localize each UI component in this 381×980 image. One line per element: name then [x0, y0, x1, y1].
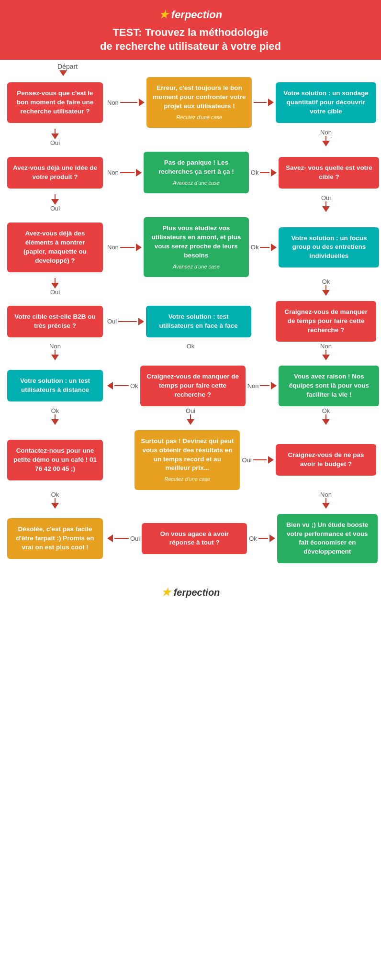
footer: ★ ferpection — [0, 578, 381, 603]
label-oui-2: Oui — [50, 205, 60, 212]
arr-d-q4 — [51, 355, 59, 360]
box-q5-mid-text: Craignez-vous de manquer de temps pour f… — [146, 373, 239, 398]
arr-d-q1 — [51, 134, 59, 139]
vline-q2-oui — [55, 194, 56, 199]
box-q2-non-mid-text: Pas de panique ! Les recherches ça sert … — [158, 159, 234, 175]
label-non-4: Non — [49, 343, 61, 350]
box-q2-non-mid: Pas de panique ! Les recherches ça sert … — [144, 152, 249, 193]
box-q4-text: Votre cible est-elle B2B ou très précise… — [14, 313, 95, 329]
vline-q4 — [55, 350, 56, 355]
hline-6 — [260, 247, 269, 248]
arr-d-q3 — [51, 283, 59, 289]
label-ok-q6-left: Ok — [51, 491, 59, 498]
arrow-depart — [59, 70, 67, 76]
label-ok-q5-left: Ok — [51, 407, 59, 414]
arr-r-10 — [268, 456, 274, 464]
vline-q5-right — [325, 414, 326, 419]
box-q7-right-text: Bien vu ;) Un étude booste votre perform… — [286, 521, 368, 556]
vline-q3-oui — [55, 278, 56, 283]
box-q7-mid: On vous agace à avoir réponse à tout ? — [142, 523, 247, 555]
arr-r-7 — [138, 318, 144, 325]
depart-label: Départ — [57, 63, 78, 70]
box-q7-right: Bien vu ;) Un étude booste votre perform… — [277, 514, 378, 564]
arr-r-5 — [136, 244, 142, 251]
box-q3-non-mid-sub: Avancez d'une case — [149, 263, 243, 270]
vline-q5-left — [55, 414, 56, 419]
arr-r-2 — [268, 99, 274, 106]
label-ok-5: Ok — [130, 382, 138, 390]
label-ok-q4-mid: Ok — [187, 343, 195, 350]
label-non-5: Non — [247, 382, 259, 390]
footer-logo: ★ ferpection — [0, 586, 381, 599]
hline-3 — [120, 172, 134, 173]
label-ok-7: Ok — [249, 535, 257, 542]
header-logo: ★ ferpection — [10, 9, 371, 21]
box-q2-non-right-text: Savez- vous quelle est votre cible ? — [286, 164, 372, 180]
hline-7 — [118, 321, 136, 322]
box-q2: Avez-vous déjà une idée de votre produit… — [7, 157, 103, 189]
hline-10 — [253, 459, 267, 460]
arr-r-1 — [139, 99, 145, 106]
arr-d-q2 — [51, 199, 59, 205]
box-q1-non-right-text: Votre solution : un sondage quantitatif … — [283, 89, 369, 115]
box-q7-mid-text: On vous agace à avoir réponse à tout ? — [160, 530, 229, 546]
box-q3-non-right-text: Votre solution : un focus group ou des e… — [291, 234, 367, 260]
vline-teal-1 — [325, 136, 326, 141]
label-non-3: Non — [107, 244, 119, 251]
header-title: TEST: Trouvez la méthodologie de recherc… — [10, 26, 371, 53]
title-line1: TEST: Trouvez la méthodologie — [112, 26, 268, 38]
arr-d-q4-right — [322, 355, 330, 360]
hline-4 — [260, 172, 269, 173]
hline-9 — [260, 385, 269, 386]
arr-r-3 — [136, 169, 142, 177]
box-q3-non-mid: Plus vous étudiez vos utilisateurs en am… — [144, 217, 249, 277]
box-q4-non-right-text: Craignez-vous de manquer de temps pour f… — [284, 308, 367, 334]
title-line2: de recherche utilisateur à votre pied — [100, 40, 281, 52]
box-q1-non-mid: Erreur, c'est toujours le bon moment pou… — [146, 77, 252, 128]
box-q2-non-mid-sub: Avancez d'une case — [149, 179, 243, 187]
arr-d-teal-1 — [322, 141, 330, 146]
arr-d-q5-mid — [187, 419, 194, 425]
arr-r-12 — [269, 535, 275, 542]
footer-logo-text: ferpection — [174, 587, 220, 598]
arr-l-7 — [107, 535, 113, 542]
vline-q1-oui — [55, 129, 56, 134]
box-q1-non-mid-text: Erreur, c'est toujours le bon moment pou… — [153, 84, 246, 110]
label-oui-right-2: Oui — [321, 194, 331, 201]
label-ok-q5-right: Ok — [322, 407, 330, 414]
box-q6-left: Contactez-nous pour une petite démo ou u… — [7, 440, 103, 480]
arr-r-9 — [271, 382, 277, 390]
flowchart: Départ Pensez-vous que c'est le bon mome… — [0, 60, 381, 568]
arr-d-q3-right — [322, 290, 330, 296]
vline-q6-right — [325, 498, 326, 503]
box-q3: Avez-vous déjà des éléments à montrer (p… — [7, 223, 103, 272]
label-oui-4: Oui — [107, 318, 117, 325]
label-non-q6-right: Non — [320, 491, 332, 498]
label-non-2: Non — [107, 169, 119, 176]
arr-d-q6-left — [51, 503, 59, 509]
hline-2 — [254, 102, 267, 103]
arr-d-q5-left — [51, 419, 59, 425]
label-oui-7: Oui — [130, 535, 140, 542]
box-q5-left: Votre solution : un test utilisateurs à … — [7, 370, 103, 401]
arr-d-q5-right — [322, 419, 330, 425]
label-ok-3: Ok — [251, 244, 259, 251]
box-q5-right-text: Vous avez raison ! Nos équipes sont là p… — [289, 373, 369, 398]
box-q5-right: Vous avez raison ! Nos équipes sont là p… — [279, 366, 379, 406]
box-q6-mid-text: Surtout pas ! Devinez qui peut vous obte… — [141, 437, 234, 472]
box-q1-text: Pensez-vous que c'est le bon moment de f… — [17, 89, 94, 115]
box-q7-left-text: Désolée, c'est pas facile d'être farpait… — [16, 525, 94, 551]
box-q4-non-right: Craignez-vous de manquer de temps pour f… — [276, 301, 376, 342]
box-q2-text: Avez-vous déjà une idée de votre produit… — [13, 164, 97, 180]
box-q4-oui-mid-text: Votre solution : test utilisateurs en fa… — [159, 313, 237, 329]
box-q1-non-mid-sub: Reculez d'une case — [152, 114, 246, 121]
box-q1: Pensez-vous que c'est le bon moment de f… — [7, 82, 103, 123]
box-q6-mid: Surtout pas ! Devinez qui peut vous obte… — [134, 430, 240, 490]
box-q5-mid: Craignez-vous de manquer de temps pour f… — [140, 366, 246, 406]
box-q3-text: Avez-vous déjà des éléments à montrer (p… — [23, 230, 87, 264]
vline-q6-left — [55, 498, 56, 503]
box-q6-left-text: Contactez-nous pour une petite démo ou u… — [13, 447, 97, 472]
vline-q4-right — [325, 350, 326, 355]
vline-q2-right — [325, 201, 326, 206]
box-q3-non-mid-text: Plus vous étudiez vos utilisateurs en am… — [151, 224, 241, 259]
